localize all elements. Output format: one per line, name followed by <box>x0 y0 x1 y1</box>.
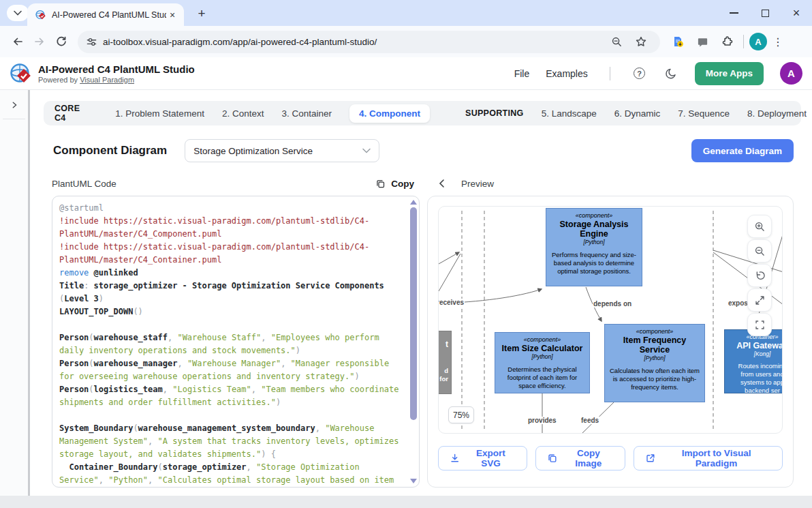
app-header: AI-Powered C4 PlantUML Studio Powered by… <box>0 57 812 90</box>
zoom-indicator-button[interactable] <box>606 31 627 53</box>
code-line: !include https://static.visual-paradigm.… <box>59 241 407 267</box>
window-maximize-button[interactable] <box>749 0 781 26</box>
dark-mode-button[interactable] <box>663 66 678 81</box>
node-text-fragment: d <box>444 367 448 374</box>
import-to-visual-paradigm-button[interactable]: Import to Visual Paradigm <box>634 446 783 470</box>
extensions-button[interactable] <box>716 31 738 53</box>
powered-prefix: Powered by <box>38 76 80 84</box>
node-name: Item Frequency Service <box>605 335 704 355</box>
chevron-down-icon <box>14 10 22 16</box>
zoom-in-button[interactable] <box>747 215 772 238</box>
node-name: Item Size Calculator <box>495 343 589 353</box>
scrollbar-up-arrow[interactable] <box>410 200 417 205</box>
fullscreen-brackets-icon <box>754 319 766 331</box>
copy-code-button[interactable]: Copy <box>375 179 414 189</box>
tab-container[interactable]: 3. Container <box>281 108 332 119</box>
more-apps-button[interactable]: More Apps <box>695 62 764 85</box>
node-tech: [Python] <box>546 239 642 245</box>
main-content: CORE C4 1. Problem Statement 2. Context … <box>30 90 812 496</box>
speech-bubble-icon <box>697 36 708 48</box>
tab-deployment[interactable]: 8. Deployment <box>747 108 807 119</box>
node-desc: Determines the physical footprint of eac… <box>495 365 589 390</box>
collapse-preview-button[interactable] <box>438 179 445 188</box>
code-line: Person(warehouse_manager, "Warehouse Man… <box>59 357 407 383</box>
back-button[interactable] <box>7 31 29 53</box>
window-minimize-button[interactable] <box>718 0 749 26</box>
help-button[interactable]: ? <box>632 66 647 81</box>
node-item-size-calculator: «component» Item Size Calculator [Python… <box>495 332 590 393</box>
download-extension-button[interactable] <box>667 31 689 53</box>
tab-problem-statement[interactable]: 1. Problem Statement <box>115 108 204 119</box>
tab-component[interactable]: 4. Component <box>349 104 430 123</box>
diagram-canvas[interactable]: «component» Storage Analysis Engine [Pyt… <box>438 206 783 434</box>
forward-button[interactable] <box>29 31 50 53</box>
copy-icon <box>375 179 386 189</box>
tab-landscape[interactable]: 5. Landscape <box>542 108 597 119</box>
preview-panel-label: Preview <box>461 179 494 189</box>
code-line <box>59 318 407 331</box>
code-line: Person(logistics_team, "Logistics Team",… <box>59 383 407 409</box>
browser-tab[interactable]: AI-Powered C4 PlantUML Studio × <box>27 3 184 26</box>
tab-context[interactable]: 2. Context <box>222 108 264 119</box>
zoom-out-button[interactable] <box>747 239 772 263</box>
user-avatar[interactable]: A <box>780 62 802 85</box>
tab-sequence[interactable]: 7. Sequence <box>678 108 730 119</box>
scrollbar-thumb[interactable] <box>410 207 417 420</box>
node-desc-line: Routes incoming <box>725 362 783 370</box>
browser-menu-button[interactable]: ⋮ <box>767 31 789 53</box>
zoom-level-badge[interactable]: 75% <box>448 406 474 423</box>
copy-image-button[interactable]: Copy Image <box>535 446 625 470</box>
node-text-fragment: t <box>446 340 448 349</box>
node-desc-line: systems to app <box>725 378 783 387</box>
node-desc: Calculates how often each item is access… <box>605 367 704 391</box>
back-arrow-icon <box>12 35 24 48</box>
node-tech: [Kong] <box>725 350 783 357</box>
code-line: Container_Boundary(storage_optimizer, "S… <box>59 461 407 488</box>
code-scrollbar[interactable] <box>409 198 418 485</box>
sidepanel-extension-button[interactable] <box>691 31 713 53</box>
diagram-tabs-bar: CORE C4 1. Problem Statement 2. Context … <box>44 101 801 125</box>
plantuml-code-editor[interactable]: @startuml!include https://static.visual-… <box>52 196 420 488</box>
reload-button[interactable] <box>50 31 72 53</box>
edge-label-feeds: feeds <box>580 417 599 424</box>
zoom-out-magnifier-icon <box>611 36 623 48</box>
code-line: @startuml <box>59 202 407 215</box>
bookmark-star-button[interactable] <box>630 31 652 53</box>
code-line: Person(warehouse_staff, "Warehouse Staff… <box>59 331 407 357</box>
diagram-select[interactable]: Storage Optimization Service <box>185 139 379 162</box>
tab-search-button[interactable] <box>7 5 29 21</box>
fullscreen-button[interactable] <box>747 313 772 336</box>
chevron-down-icon <box>362 148 371 153</box>
menu-examples[interactable]: Examples <box>546 68 587 79</box>
url-text: ai-toolbox.visual-paradigm.com/app/ai-po… <box>103 37 377 47</box>
export-svg-button[interactable]: Export SVG <box>438 446 527 470</box>
moon-icon <box>665 68 677 80</box>
left-sidebar <box>0 90 30 496</box>
star-icon <box>635 35 647 48</box>
zoom-in-icon <box>754 221 766 233</box>
url-bar[interactable]: ai-toolbox.visual-paradigm.com/app/ai-po… <box>78 31 660 53</box>
menu-file[interactable]: File <box>514 68 530 79</box>
reset-view-button[interactable] <box>747 264 772 287</box>
visual-paradigm-logo <box>10 62 33 85</box>
generate-diagram-button[interactable]: Generate Diagram <box>691 139 794 162</box>
node-text-fragment: for <box>439 375 448 383</box>
expand-button[interactable] <box>747 288 772 312</box>
site-settings-icon[interactable] <box>86 36 97 48</box>
node-stereotype: «component» <box>546 209 642 219</box>
code-line: remove @unlinked <box>59 267 407 280</box>
window-close-button[interactable]: × <box>781 0 812 26</box>
browser-profile-avatar[interactable]: A <box>749 33 767 50</box>
app-title: AI-Powered C4 PlantUML Studio <box>38 63 195 75</box>
new-tab-button[interactable]: + <box>192 5 211 22</box>
visual-paradigm-link[interactable]: Visual Paradigm <box>80 76 134 84</box>
edge-label-depends-on: depends on <box>593 300 632 308</box>
forward-arrow-icon <box>33 35 46 48</box>
puzzle-icon <box>721 35 733 48</box>
edge-label-provides: provides <box>527 417 557 424</box>
scrollbar-down-arrow[interactable] <box>410 479 417 483</box>
tab-dynamic[interactable]: 6. Dynamic <box>614 108 661 119</box>
sidebar-expand-button[interactable] <box>5 95 24 115</box>
tab-close-icon[interactable]: × <box>166 9 178 21</box>
sidebar-divider <box>3 119 25 119</box>
